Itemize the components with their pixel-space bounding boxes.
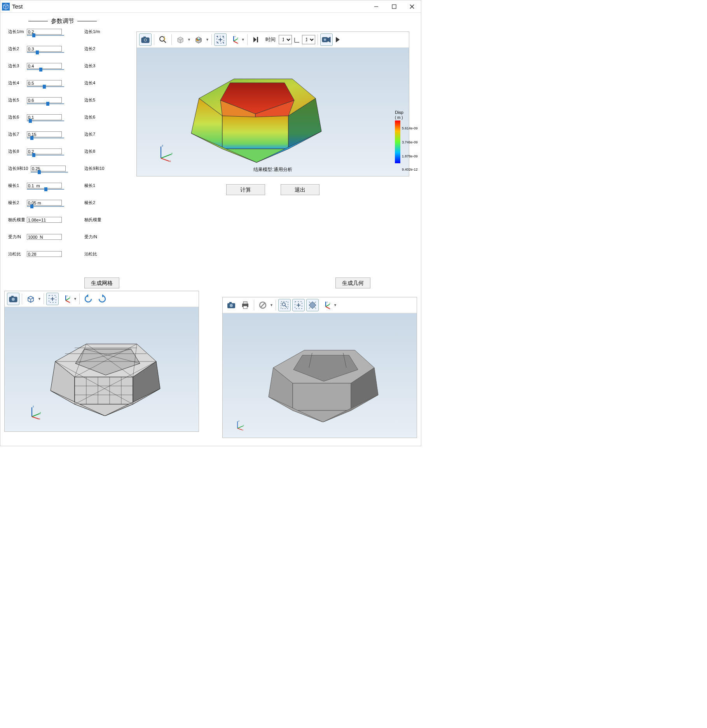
color-legend: Disp ( m ) 5.614e-09 3.746e-09 1.878e-09… <box>395 110 403 163</box>
time-label: 时间 <box>265 36 276 43</box>
chevron-down-icon: ▼ <box>38 297 41 301</box>
svg-line-38 <box>161 154 171 158</box>
fit-extents-icon[interactable] <box>292 299 305 311</box>
time-index-select[interactable]: 1 <box>279 35 292 44</box>
param-slider-thumb[interactable] <box>29 119 32 123</box>
mesh-viewer-frame: ▼ zyx ▼ <box>4 291 199 432</box>
param-input[interactable] <box>27 46 62 52</box>
result-model <box>187 71 327 164</box>
param-label: 边长7 <box>8 131 27 137</box>
calculate-button[interactable]: 计算 <box>226 184 265 195</box>
param-slider-track[interactable] <box>27 103 64 104</box>
param-input[interactable] <box>27 63 62 69</box>
svg-rect-14 <box>197 40 199 41</box>
param-slider-track[interactable] <box>27 120 64 121</box>
exit-button[interactable]: 退出 <box>281 184 319 195</box>
param-slider-thumb[interactable] <box>43 85 46 89</box>
zoom-flash-icon[interactable] <box>157 33 169 46</box>
param-slider-thumb[interactable] <box>32 153 35 157</box>
disabled-dropdown[interactable]: ▼ <box>257 299 273 311</box>
app-window: Test 参数调节 边长1/m边长1/m边长2边长2边长3边长3边长4边长 <box>0 0 421 446</box>
disabled-dropdown-icon[interactable] <box>257 299 269 311</box>
camera-icon[interactable] <box>7 293 19 305</box>
axes-dropdown-icon[interactable]: zyx <box>320 299 333 311</box>
fit-extents-icon[interactable] <box>46 293 59 305</box>
result-area: ▼ ▼ <box>121 16 417 268</box>
param-slider-track[interactable] <box>31 172 68 173</box>
maximize-button[interactable] <box>385 0 403 13</box>
param-slider-thumb[interactable] <box>46 102 49 106</box>
param-row: 棱长2棱长2 <box>8 200 117 208</box>
param-right-label: 杨氏模量 <box>84 217 101 223</box>
param-label: 边长6 <box>8 114 27 120</box>
svg-rect-90 <box>243 306 247 309</box>
param-input[interactable] <box>27 251 62 257</box>
svg-text:x: x <box>69 301 70 304</box>
param-slider-thumb[interactable] <box>39 68 42 72</box>
fit-extents-icon[interactable] <box>214 33 227 46</box>
print-icon[interactable] <box>239 299 251 311</box>
generate-geometry-button[interactable]: 生成几何 <box>335 278 370 288</box>
axis-triad: z y x <box>234 419 246 431</box>
param-input[interactable] <box>31 166 66 171</box>
param-input[interactable] <box>27 97 62 103</box>
svg-point-87 <box>230 304 233 307</box>
app-icon <box>2 3 10 10</box>
svg-line-95 <box>285 306 287 307</box>
param-slider-track[interactable] <box>27 52 64 53</box>
svg-text:z: z <box>234 35 236 38</box>
param-slider-thumb[interactable] <box>36 51 39 54</box>
param-slider-thumb[interactable] <box>30 204 33 208</box>
wire-cube-dropdown-icon[interactable] <box>24 293 37 305</box>
skip-last-icon[interactable] <box>250 33 262 46</box>
svg-text:x: x <box>39 417 40 420</box>
param-slider-thumb[interactable] <box>32 33 35 37</box>
param-row: 边长2边长2 <box>8 46 117 54</box>
camera-icon[interactable] <box>139 33 152 46</box>
axes-dropdown[interactable]: zyx ▼ <box>320 299 337 311</box>
zoom-rect-icon[interactable] <box>278 299 291 311</box>
svg-line-81 <box>32 414 40 417</box>
time-select-2[interactable]: 1 <box>302 35 315 44</box>
rubik-dropdown[interactable]: ▼ <box>192 33 209 46</box>
svg-marker-27 <box>222 116 288 149</box>
cube-dropdown-icon[interactable] <box>174 33 187 46</box>
camera-icon[interactable] <box>225 299 237 311</box>
svg-line-83 <box>32 417 39 419</box>
chevron-down-icon: ▼ <box>73 297 77 301</box>
geometry-viewport[interactable]: z y x <box>223 313 417 438</box>
diamond-fit-icon[interactable] <box>306 299 319 311</box>
svg-line-40 <box>161 158 169 161</box>
axes-dropdown[interactable]: zyx ▼ <box>60 293 77 305</box>
titlebar: Test <box>0 0 421 13</box>
wire-cube-dropdown[interactable]: ▼ <box>24 293 41 305</box>
legend-tick: 3.746e-09 <box>402 141 418 144</box>
param-slider-thumb[interactable] <box>44 187 47 191</box>
rubik-icon[interactable] <box>192 33 205 46</box>
param-input[interactable] <box>27 114 62 120</box>
param-input[interactable] <box>27 234 62 240</box>
video-camera-icon[interactable] <box>320 33 333 46</box>
svg-rect-13 <box>196 40 197 41</box>
axes-dropdown-icon[interactable]: zyx <box>60 293 73 305</box>
param-slider-track[interactable] <box>27 69 64 70</box>
mesh-toolbar: ▼ zyx ▼ <box>5 291 199 307</box>
param-label: 受力/N <box>8 234 27 240</box>
rotate-ccw-icon[interactable] <box>82 293 94 305</box>
cube-dropdown[interactable]: ▼ <box>174 33 191 46</box>
param-slider-thumb[interactable] <box>38 170 41 174</box>
param-right-label: 边长5 <box>84 97 95 103</box>
close-button[interactable] <box>403 0 421 13</box>
axes-dropdown[interactable]: z y x ▼ <box>228 33 245 46</box>
minimize-button[interactable] <box>367 0 385 13</box>
param-slider-thumb[interactable] <box>30 136 33 140</box>
generate-mesh-button[interactable]: 生成网格 <box>84 278 119 288</box>
param-row: 杨氏模量杨氏模量 <box>8 217 117 225</box>
forward-icon[interactable] <box>334 33 341 46</box>
mesh-viewport[interactable]: z y x <box>5 307 199 431</box>
param-input[interactable] <box>27 217 62 223</box>
result-viewport[interactable]: Disp ( m ) 5.614e-09 3.746e-09 1.878e-09… <box>137 48 409 176</box>
axes-dropdown-icon[interactable]: z y x <box>228 33 241 46</box>
rotate-cw-icon[interactable] <box>96 293 108 305</box>
svg-marker-54 <box>75 377 133 404</box>
